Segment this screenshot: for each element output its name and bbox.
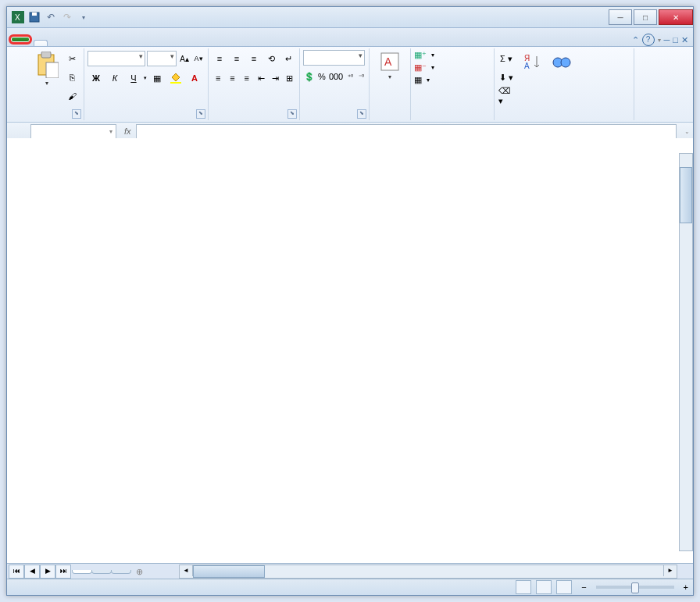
- format-cells-icon[interactable]: ▦: [414, 75, 422, 85]
- merge-icon[interactable]: ⊞: [284, 69, 296, 87]
- new-sheet-icon[interactable]: ⊕: [131, 567, 148, 577]
- redo-icon[interactable]: ↷: [59, 9, 75, 25]
- tab-formulas[interactable]: [76, 40, 90, 46]
- clear-icon[interactable]: ⌫ ▾: [498, 87, 515, 105]
- comma-icon[interactable]: 000: [328, 68, 344, 85]
- svg-rect-3: [32, 12, 37, 16]
- status-bar: − +: [7, 579, 693, 595]
- increase-indent-icon[interactable]: ⇥: [269, 69, 281, 87]
- tab-layout[interactable]: [62, 40, 76, 46]
- tab-addins[interactable]: [146, 40, 160, 46]
- horizontal-scrollbar[interactable]: [179, 565, 677, 579]
- align-left-icon[interactable]: ≡: [212, 69, 224, 87]
- sheet-tab-2[interactable]: [91, 570, 112, 574]
- fill-color-icon[interactable]: [167, 69, 184, 87]
- percent-icon[interactable]: %: [317, 68, 327, 85]
- delete-cells-icon[interactable]: ▦⁻: [414, 62, 427, 73]
- decrease-indent-icon[interactable]: ⇤: [255, 69, 267, 87]
- underline-button[interactable]: Ч: [125, 69, 142, 87]
- format-painter-icon[interactable]: 🖌: [63, 87, 80, 105]
- undo-icon[interactable]: ↶: [43, 9, 59, 25]
- tab-view[interactable]: [118, 40, 132, 46]
- align-bottom-icon[interactable]: ≡: [246, 50, 262, 67]
- sheet-tab-1[interactable]: [72, 570, 92, 574]
- help-icon[interactable]: ?: [642, 34, 655, 46]
- decrease-decimal-icon[interactable]: ⁻⁰: [356, 68, 366, 85]
- expand-formula-icon[interactable]: ⌄: [681, 128, 693, 135]
- bold-button[interactable]: Ж: [88, 69, 105, 87]
- save-icon[interactable]: [27, 9, 42, 25]
- tab-data[interactable]: [90, 40, 104, 46]
- font-dialog-icon[interactable]: ⬊: [196, 109, 205, 119]
- shrink-font-icon[interactable]: A▾: [192, 50, 205, 67]
- sort-filter-button[interactable]: ЯА: [520, 50, 548, 109]
- minimize-ribbon-icon[interactable]: ⌃: [632, 35, 639, 45]
- tab-foxit[interactable]: [160, 40, 174, 46]
- sheet-tab-3[interactable]: [111, 570, 131, 574]
- tab-review[interactable]: [104, 40, 118, 46]
- svg-rect-6: [46, 62, 59, 78]
- wrap-text-icon[interactable]: ↵: [280, 50, 296, 67]
- page-break-view-icon[interactable]: [556, 580, 572, 594]
- titlebar: X ↶ ↷ ▾ ─ □ ✕: [7, 7, 693, 28]
- styles-button[interactable]: А ▾: [373, 50, 407, 82]
- sort-icon: ЯА: [523, 52, 545, 73]
- grow-font-icon[interactable]: A▴: [178, 50, 191, 67]
- sheet-nav-next-icon[interactable]: ▶: [40, 565, 55, 579]
- insert-cells-icon[interactable]: ▦⁺: [414, 50, 427, 60]
- fx-icon[interactable]: fx: [120, 126, 136, 136]
- number-dialog-icon[interactable]: ⬊: [357, 109, 366, 119]
- font-size-combo[interactable]: [147, 51, 177, 66]
- tab-developer[interactable]: [132, 40, 146, 46]
- doc-minimize-icon[interactable]: ─: [664, 35, 670, 45]
- formula-bar[interactable]: [136, 124, 677, 139]
- zoom-out-icon[interactable]: −: [581, 582, 586, 592]
- minimize-button[interactable]: ─: [609, 9, 632, 25]
- worksheet-grid[interactable]: [7, 138, 693, 564]
- excel-icon: X: [10, 9, 26, 25]
- normal-view-icon[interactable]: [516, 580, 531, 594]
- doc-close-icon[interactable]: ✕: [681, 35, 688, 45]
- tab-abbyy[interactable]: [174, 40, 188, 46]
- binoculars-icon: [551, 52, 573, 73]
- tab-home[interactable]: [34, 40, 48, 46]
- fill-icon[interactable]: ⬇ ▾: [498, 69, 515, 86]
- tab-insert[interactable]: [48, 40, 62, 46]
- name-box[interactable]: ▾: [30, 124, 116, 139]
- zoom-slider[interactable]: [596, 586, 674, 589]
- increase-decimal-icon[interactable]: ⁺⁰: [345, 68, 355, 85]
- number-format-combo[interactable]: [303, 50, 365, 66]
- find-select-button[interactable]: [548, 50, 576, 109]
- svg-rect-7: [170, 82, 181, 84]
- close-button[interactable]: ✕: [659, 9, 693, 25]
- sheet-nav-prev-icon[interactable]: ◀: [24, 565, 40, 579]
- svg-point-13: [561, 58, 570, 67]
- tab-file[interactable]: [9, 34, 32, 45]
- copy-icon[interactable]: ⎘: [63, 69, 80, 86]
- clipboard-icon: [35, 52, 59, 78]
- align-middle-icon[interactable]: ≡: [229, 50, 245, 67]
- currency-icon[interactable]: 💲: [303, 68, 316, 85]
- sheet-nav-first-icon[interactable]: ⏮: [9, 565, 24, 579]
- italic-button[interactable]: К: [106, 69, 123, 87]
- align-top-icon[interactable]: ≡: [212, 50, 227, 67]
- font-name-combo[interactable]: [88, 51, 145, 66]
- font-color-icon[interactable]: А: [186, 69, 203, 87]
- sheet-nav-last-icon[interactable]: ⏭: [55, 565, 71, 579]
- page-layout-view-icon[interactable]: [536, 580, 552, 594]
- autosum-icon[interactable]: Σ ▾: [498, 50, 515, 67]
- svg-text:А: А: [384, 55, 392, 68]
- cut-icon[interactable]: ✂: [63, 50, 80, 67]
- alignment-dialog-icon[interactable]: ⬊: [288, 109, 297, 119]
- clipboard-dialog-icon[interactable]: ⬊: [72, 109, 81, 119]
- border-icon[interactable]: ▦: [148, 69, 166, 87]
- qat-more-icon[interactable]: ▾: [76, 9, 91, 25]
- align-center-icon[interactable]: ≡: [226, 69, 238, 87]
- vertical-scrollbar[interactable]: [679, 153, 693, 551]
- align-right-icon[interactable]: ≡: [241, 69, 253, 87]
- zoom-in-icon[interactable]: +: [684, 582, 688, 592]
- doc-restore-icon[interactable]: □: [673, 35, 678, 45]
- orientation-icon[interactable]: ⟲: [263, 50, 279, 67]
- maximize-button[interactable]: □: [634, 9, 657, 25]
- svg-text:А: А: [524, 62, 530, 70]
